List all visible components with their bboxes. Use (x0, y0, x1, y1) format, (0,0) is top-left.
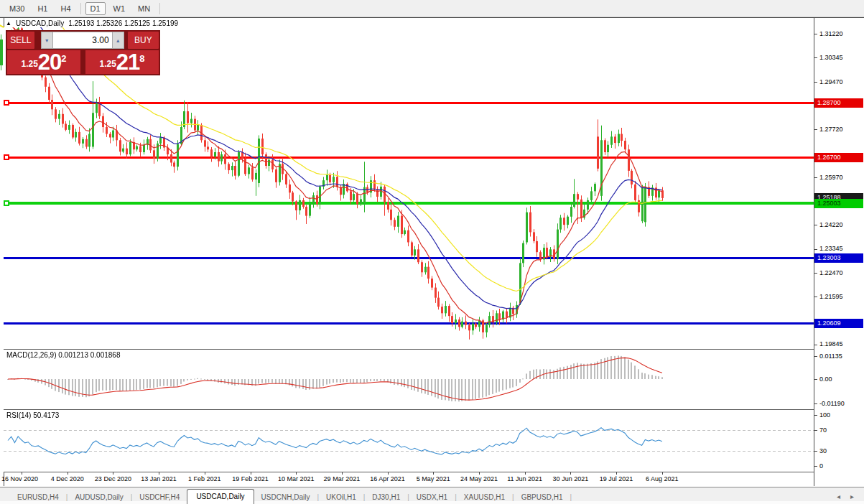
date-tick (251, 472, 251, 475)
volume-increase-button[interactable]: ▲ (112, 32, 124, 49)
level-price-label: 1.28700 (814, 98, 863, 108)
date-label: 24 May 2021 (460, 475, 498, 482)
date-tick (662, 472, 663, 475)
chart-title-bar[interactable]: ▲ USDCAD,Daily 1.25193 1.25326 1.25125 1… (6, 19, 178, 28)
buy-price-pips: 21 (116, 52, 139, 73)
tab-bar-footer (0, 501, 864, 504)
tab-scroll-left-icon[interactable]: ◂ (837, 493, 840, 500)
date-label: 16 Apr 2021 (370, 475, 405, 482)
level-price-label: 1.25003 (814, 199, 863, 208)
clipped-candle-wick (1, 34, 1, 70)
timeframe-button-w1[interactable]: W1 (108, 2, 131, 15)
price-tick-label: 1.19845 (814, 340, 843, 347)
sell-price-quote[interactable]: 1.25 20 2 (7, 50, 80, 74)
timeframe-button-h1[interactable]: H1 (32, 2, 52, 15)
macd-tick-label: -0.01190 (814, 400, 845, 407)
date-label: 19 Jul 2021 (600, 475, 633, 482)
chart-symbol-period: USDCAD,Daily (16, 19, 64, 27)
date-label: 5 May 2021 (417, 475, 450, 482)
date-tick (388, 472, 389, 475)
chart-quote-ohlc: 1.25193 1.25326 1.25125 1.25199 (68, 19, 178, 27)
buy-price-quote[interactable]: 1.25 21 8 (85, 50, 159, 74)
date-tick (22, 472, 22, 475)
date-label: 1 Feb 2021 (188, 475, 221, 482)
date-label: 6 Aug 2021 (646, 475, 679, 482)
rsi-tick-label: 30 (814, 447, 827, 454)
date-label: 10 Mar 2021 (278, 475, 315, 482)
date-tick (159, 472, 159, 475)
toolbar-separator (80, 3, 81, 14)
buy-price-point: 8 (139, 54, 144, 63)
rsi-tick-label: 0 (814, 462, 823, 470)
macd-tick-label: 0.00 (814, 375, 832, 383)
date-label: 4 Dec 2020 (51, 475, 84, 482)
chart-tab-usdcad[interactable]: USDCAD,Daily (187, 489, 254, 504)
date-label: 11 Jun 2021 (507, 475, 542, 482)
timeframe-toolbar: 5M30H1H4D1W1MN (0, 0, 864, 17)
date-tick (433, 472, 434, 475)
mt4-terminal: 5M30H1H4D1W1MN ▲ USDCAD,Daily 1.25193 1.… (0, 0, 864, 504)
price-tick-label: 1.25970 (814, 174, 843, 181)
date-tick (113, 472, 113, 475)
one-click-trade-panel: SELL ▼ 3.00 ▲ BUY 1.25 20 2 1.25 21 8 (6, 30, 160, 75)
date-axis: 16 Nov 20204 Dec 202023 Dec 202013 Jan 2… (0, 472, 814, 486)
date-tick (525, 472, 526, 475)
date-label: 16 Nov 2020 (1, 475, 38, 482)
price-tick-label: 1.23345 (814, 245, 843, 252)
timeframe-button-mn[interactable]: MN (133, 2, 155, 15)
price-axis: 1.312201.303451.294701.277201.259701.242… (814, 17, 864, 486)
price-tick-label: 1.30345 (814, 54, 843, 61)
price-tick-label: 1.21595 (814, 293, 843, 300)
macd-tick-label: 0.01135 (814, 353, 842, 360)
sell-price-base: 1.25 (21, 55, 37, 73)
date-label: 29 Mar 2021 (324, 475, 361, 482)
date-tick (570, 472, 571, 475)
macd-indicator-label: MACD(12,26,9) 0.001213 0.001868 (6, 351, 120, 359)
collapse-triangle-icon[interactable]: ▲ (6, 20, 11, 27)
date-label: 30 Jun 2021 (553, 475, 589, 482)
date-label: 13 Jan 2021 (141, 475, 177, 482)
buy-button[interactable]: BUY (128, 32, 159, 49)
timeframe-button-h4[interactable]: H4 (55, 2, 75, 15)
sell-price-point: 2 (61, 54, 66, 63)
price-tick-label: 1.22470 (814, 269, 843, 276)
date-tick (616, 472, 617, 475)
price-tick-label: 1.29470 (814, 78, 843, 85)
date-tick (342, 472, 343, 475)
level-price-label: 1.26700 (814, 153, 863, 162)
sell-price-pips: 20 (38, 52, 61, 73)
date-tick (296, 472, 297, 475)
tab-scroll-right-icon[interactable]: ▸ (850, 493, 854, 500)
timeframe-button-5[interactable]: 5 (0, 2, 3, 15)
rsi-indicator-label: RSI(14) 50.4173 (6, 411, 59, 419)
level-price-label: 1.20609 (814, 319, 863, 328)
timeframe-button-clipped[interactable]: 5 (0, 2, 3, 15)
price-tick-label: 1.31220 (814, 30, 843, 37)
date-tick (68, 472, 68, 475)
buy-price-base: 1.25 (99, 55, 116, 73)
sell-button[interactable]: SELL (7, 32, 34, 49)
rsi-tick-label: 70 (814, 426, 827, 434)
price-tick-label: 1.27720 (814, 126, 843, 133)
volume-input[interactable]: 3.00 (53, 32, 112, 49)
rsi-tick-label: 100 (814, 411, 830, 419)
volume-decrease-button[interactable]: ▼ (41, 32, 53, 49)
date-label: 23 Dec 2020 (95, 475, 131, 482)
date-tick (205, 472, 205, 475)
price-tick-label: 1.24220 (814, 221, 843, 228)
date-label: 19 Feb 2021 (232, 475, 269, 482)
date-tick (479, 472, 480, 475)
timeframe-button-m30[interactable]: M30 (4, 2, 29, 15)
price-chart-canvas[interactable] (4, 27, 814, 472)
timeframe-button-d1[interactable]: D1 (85, 2, 106, 15)
level-price-label: 1.23003 (814, 253, 863, 263)
toolbar-separator (159, 3, 160, 14)
